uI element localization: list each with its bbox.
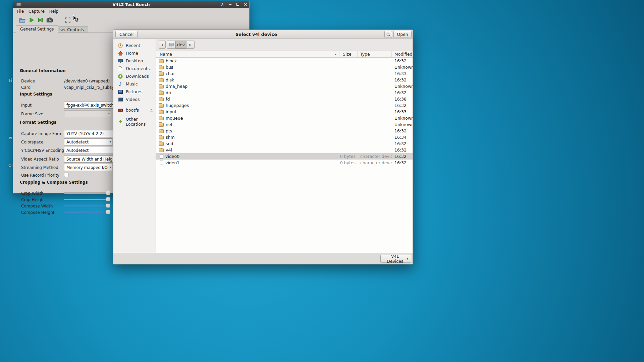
sidebar-item-desktop[interactable]: Desktop [113, 57, 156, 65]
sidebar-item-home[interactable]: Home [113, 49, 156, 57]
file-row[interactable]: char 16:33 [156, 70, 413, 77]
file-row[interactable]: dri 16:32 [156, 89, 413, 96]
streaming-method-combo[interactable]: Memory mapped I/O▾ [64, 164, 112, 171]
fullscreen-button[interactable] [64, 16, 71, 24]
file-row[interactable]: bus Unknown [156, 64, 413, 70]
frame-size-label: Frame Size [21, 112, 43, 116]
device-label: Device [21, 79, 35, 83]
path-segment-dev[interactable]: dev [175, 41, 186, 49]
file-modified: 16:32 [392, 160, 413, 165]
capture-formats-label: Capture Image Formats [21, 131, 68, 136]
file-type: character device [358, 154, 392, 159]
snapshot-button[interactable] [46, 16, 53, 24]
slider-handle[interactable] [106, 197, 110, 201]
sidebar-item-downloads[interactable]: Downloads [113, 72, 156, 80]
close-button[interactable]: × [243, 1, 248, 8]
compose-width-slider[interactable] [64, 205, 108, 206]
slider-handle[interactable] [106, 210, 110, 214]
dialog-headerbar[interactable]: Cancel Select v4l device Open [113, 30, 413, 39]
column-header-type[interactable]: Type [358, 51, 392, 57]
sidebar-item-bootfs[interactable]: bootfs [113, 106, 156, 114]
file-row[interactable]: fd 16:38 [156, 96, 413, 102]
file-modified: 16:32 [392, 90, 413, 95]
dialog-title: Select v4l device [140, 30, 372, 39]
titlebar[interactable]: V4L2 Test Bench ∧ − × [13, 1, 249, 8]
eject-icon[interactable] [149, 108, 153, 112]
maximize-button[interactable] [235, 1, 240, 8]
step-capture-button[interactable] [37, 16, 44, 24]
open-button[interactable]: Open [393, 31, 412, 38]
menu-capture[interactable]: Capture [26, 8, 47, 15]
search-button[interactable] [384, 31, 392, 38]
path-forward-button[interactable]: ▸ [186, 41, 195, 49]
file-name: disk [166, 77, 174, 82]
open-device-button[interactable] [18, 16, 26, 24]
file-row[interactable]: shm 16:34 [156, 134, 413, 140]
fullscreen-icon [64, 17, 71, 23]
computer-location-button[interactable] [167, 41, 176, 49]
section-cropping-compose: Cropping & Compose Settings [20, 180, 88, 185]
shade-button[interactable]: ∧ [220, 1, 225, 8]
file-row[interactable]: block 16:32 [156, 58, 413, 64]
dialog-bottom-bar: V4L Devices ▾ [113, 253, 413, 264]
file-name: dri [166, 90, 171, 95]
file-modified: Unknown [392, 84, 413, 89]
slider-handle[interactable] [106, 203, 110, 208]
computer-icon [169, 42, 174, 47]
column-header-name[interactable]: Name ▾ [156, 51, 339, 57]
file-name: mqueue [166, 116, 183, 121]
chevron-down-icon: ▾ [109, 140, 111, 143]
menu-file[interactable]: File [15, 8, 26, 15]
select-v4l-device-dialog: Cancel Select v4l device Open Recent Hom… [113, 29, 413, 264]
file-name: pts [166, 128, 172, 133]
file-row[interactable]: v4l 16:32 [156, 147, 413, 153]
search-icon [386, 32, 391, 37]
tab-general-settings[interactable]: General Settings [16, 25, 58, 33]
file-row[interactable]: pts 16:32 [156, 128, 413, 134]
file-row[interactable]: video1 0 bytes character device 16:32 [156, 160, 413, 166]
colorspace-combo[interactable]: Autodetect▾ [64, 138, 112, 145]
device-value: /dev/video0 (wrapped) [64, 79, 110, 83]
recent-icon [118, 43, 123, 48]
sidebar-item-music[interactable]: ♪ Music [113, 80, 156, 88]
menu-help[interactable]: Help [47, 8, 61, 15]
cancel-button[interactable]: Cancel [115, 31, 138, 38]
sidebar-item-videos[interactable]: Videos [113, 96, 156, 103]
sidebar-item-pictures[interactable]: Pictures [113, 88, 156, 96]
desktop: { "desktop": { "icon_fragments": [ { "te… [0, 0, 644, 362]
sort-descending-icon: ▾ [335, 53, 336, 56]
file-row[interactable]: snd 16:32 [156, 140, 413, 147]
column-header-modified[interactable]: Modified [392, 51, 413, 57]
slider-handle[interactable] [106, 191, 110, 195]
crop-height-slider[interactable] [64, 199, 108, 200]
column-header-size[interactable]: Size [339, 51, 358, 57]
file-filter-combo[interactable]: V4L Devices ▾ [380, 255, 411, 263]
file-row[interactable]: video0 0 bytes character device 16:32 [156, 153, 413, 160]
desktop-icon-label[interactable]: Fi [9, 78, 12, 83]
file-row[interactable]: disk 16:32 [156, 77, 413, 83]
file-row[interactable]: dma_heap Unknown [156, 83, 413, 89]
desktop-icon-label[interactable]: vi [9, 135, 12, 140]
file-row[interactable]: input 16:33 [156, 109, 413, 115]
file-row[interactable]: hugepages 16:32 [156, 102, 413, 109]
file-modified: 16:32 [392, 103, 413, 108]
compose-height-label: Compose Height [21, 210, 55, 215]
crop-width-label: Crop Width [21, 191, 44, 196]
places-sidebar: Recent Home Desktop Documents Downloads … [113, 39, 156, 253]
sidebar-item-recent[interactable]: Recent [113, 42, 156, 49]
crop-width-slider[interactable] [64, 192, 108, 194]
sidebar-item-documents[interactable]: Documents [113, 65, 156, 72]
compose-height-slider[interactable] [64, 212, 108, 213]
section-format-settings: Format Settings [20, 120, 56, 125]
sidebar-item-other-locations[interactable]: Other Locations [113, 118, 156, 125]
file-type-icon [159, 66, 164, 69]
file-row[interactable]: net Unknown [156, 121, 413, 128]
minimize-button[interactable]: − [228, 1, 232, 8]
file-row[interactable]: mqueue Unknown [156, 115, 413, 121]
use-record-priority-checkbox[interactable] [64, 173, 68, 177]
desktop-icon-label[interactable]: Ql [8, 163, 13, 168]
monitor-icon [118, 58, 123, 64]
file-type: character device [358, 160, 392, 165]
start-capture-button[interactable] [28, 16, 35, 24]
back-button[interactable]: ◂ [159, 41, 166, 49]
